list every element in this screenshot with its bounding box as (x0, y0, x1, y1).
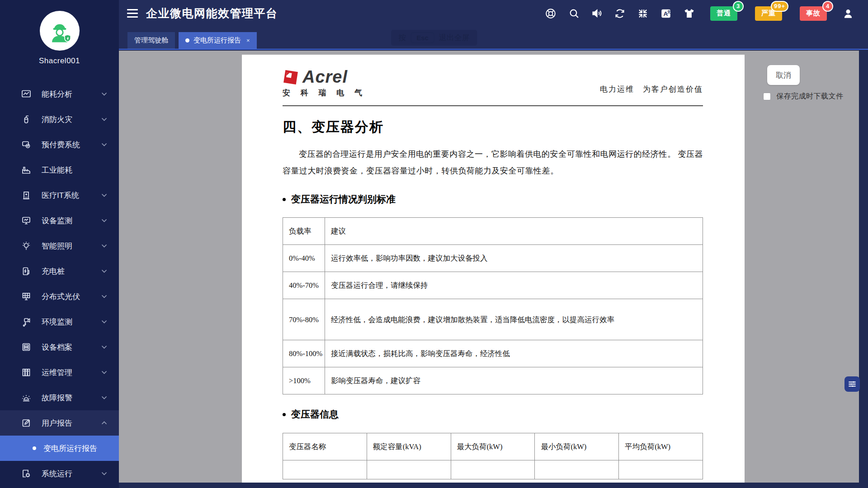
help-lifebuoy-icon[interactable] (544, 7, 557, 20)
download-option-row[interactable]: 保存完成时下载文件 (763, 92, 844, 101)
sidebar-item-solar-pv[interactable]: 分布式光伏 (0, 284, 119, 309)
sidebar-item-smart-lighting[interactable]: 智能照明 (0, 233, 119, 258)
exit-fullscreen-icon[interactable] (637, 7, 649, 20)
operations-mgmt-icon (21, 367, 32, 378)
sidebar-item-label: 设备档案 (42, 342, 72, 352)
medical-it-icon (21, 190, 32, 201)
tab-label: 变电所运行报告 (193, 36, 241, 45)
chevron-down-icon (101, 269, 107, 273)
sidebar-menu: 能耗分析 消防火灾 预付费系统 工业能耗 (0, 81, 119, 486)
table-header-cell: 最小负荷(kW) (535, 433, 619, 460)
tab-close-icon[interactable]: × (246, 37, 250, 44)
sidebar-item-user-report[interactable]: 用户报告 (0, 410, 119, 436)
sidebar-item-label: 环境监测 (42, 317, 72, 327)
report-header: Acrel 安 科 瑞 电 气 电力运维 为客户创造价值 (283, 55, 703, 106)
avatar[interactable] (40, 11, 80, 51)
brand-logo-text: Acrel (302, 69, 348, 84)
alarm-badge-accident[interactable]: 事故 4 (800, 6, 827, 21)
download-checkbox-label: 保存完成时下载文件 (776, 92, 844, 101)
app-title: 企业微电网能效管理平台 (146, 6, 278, 21)
sidebar-item-prepaid-system[interactable]: 预付费系统 (0, 132, 119, 157)
main-area: 企业微电网能效管理平台 A文 普通 (119, 0, 868, 488)
sidebar-item-fault-alarm[interactable]: 故障报警 (0, 385, 119, 410)
tab-label: 管理驾驶舱 (134, 36, 168, 45)
sidebar-item-label: 智能照明 (42, 241, 72, 251)
chevron-down-icon (101, 92, 107, 96)
chevron-up-icon (101, 421, 107, 425)
theme-shirt-icon[interactable] (683, 7, 695, 20)
table-header-cell: 最大负荷(kW) (451, 433, 535, 460)
sidebar-item-device-monitor[interactable]: 设备监测 (0, 208, 119, 233)
sidebar-item-label: 医疗IT系统 (42, 190, 79, 201)
refresh-icon[interactable] (613, 7, 626, 20)
tab-substation-report[interactable]: 变电所运行报告 × (179, 32, 257, 49)
sidebar-item-charging-pile[interactable]: 充电桩 (0, 258, 119, 284)
sidebar-item-label: 充电桩 (42, 266, 65, 277)
bullet-icon (283, 413, 286, 416)
cancel-button[interactable]: 取消 (767, 65, 800, 85)
table-row: 70%-80% 经济性低，会造成电能浪费，建议增加散热装置，适当降低电流密度，以… (283, 299, 703, 340)
chevron-down-icon (101, 219, 107, 222)
sidebar-item-label: 工业能耗 (42, 165, 72, 175)
chevron-down-icon (101, 295, 107, 298)
svg-text:文: 文 (667, 9, 671, 14)
chevron-down-icon (101, 371, 107, 374)
sidebar-subitem-label: 变电所运行报告 (43, 443, 97, 454)
table-cell: 经济性低，会造成电能浪费，建议增加散热装置，适当降低电流密度，以提高运行效率 (325, 299, 703, 340)
table-header-cell: 负载率 (283, 218, 325, 245)
report-section-heading: 四、变压器分析 (283, 118, 703, 136)
search-icon[interactable] (567, 7, 580, 20)
topbar: 企业微电网能效管理平台 A文 普通 (119, 0, 868, 27)
report-page: Acrel 安 科 瑞 电 气 电力运维 为客户创造价值 四、变压器分析 变压器… (242, 55, 745, 483)
tab-dashboard[interactable]: 管理驾驶舱 (127, 32, 175, 49)
sidebar-item-operations-mgmt[interactable]: 运维管理 (0, 360, 119, 385)
table-header-row: 负载率 建议 (283, 218, 703, 245)
solar-pv-icon (21, 291, 32, 302)
table-cell: 变压器运行合理，请继续保持 (325, 272, 703, 299)
alarm-badge-normal-label: 普通 (717, 9, 731, 17)
acrel-logo-icon (283, 69, 299, 85)
engineer-avatar-icon (47, 18, 73, 44)
sidebar-item-system-run[interactable]: 系统运行 (0, 461, 119, 486)
tab-bar: 管理驾驶舱 变电所运行报告 × (119, 27, 868, 50)
table-header-cell: 变压器名称 (283, 433, 367, 460)
sidebar-item-device-archive[interactable]: 设备档案 (0, 334, 119, 360)
volume-icon[interactable] (590, 7, 603, 20)
alarm-badge-normal[interactable]: 普通 3 (710, 6, 737, 21)
table-row (283, 460, 703, 479)
alarm-badge-normal-count: 3 (733, 1, 744, 12)
report-settings-fab[interactable] (844, 376, 860, 392)
smart-lighting-icon (21, 240, 32, 251)
device-monitor-icon (21, 215, 32, 226)
chevron-down-icon (101, 117, 107, 121)
download-checkbox[interactable] (763, 93, 771, 100)
charging-pile-icon (21, 266, 32, 277)
table-cell: 接近满载状态，损耗比高，影响变压器寿命，经济性低 (325, 340, 703, 367)
sidebar-item-fire-safety[interactable]: 消防火灾 (0, 107, 119, 132)
table-header-cell: 平均负荷(kW) (619, 433, 703, 460)
sidebar-item-medical-it[interactable]: 医疗IT系统 (0, 183, 119, 208)
bullet-icon (33, 446, 36, 450)
sidebar: Shacrel001 能耗分析 消防火灾 预付费系统 (0, 0, 119, 488)
sidebar-item-industrial-energy[interactable]: 工业能耗 (0, 157, 119, 183)
prepaid-system-icon (21, 139, 32, 150)
device-archive-icon (21, 342, 32, 352)
sidebar-item-energy-analysis[interactable]: 能耗分析 (0, 81, 119, 107)
hamburger-menu-icon[interactable] (127, 9, 138, 18)
user-profile-icon[interactable] (842, 7, 854, 20)
alarm-badge-severe[interactable]: 严重 99+ (755, 6, 782, 21)
table-row: 0%-40% 运行效率低，影响功率因数，建议加大设备投入 (283, 245, 703, 272)
table-header-cell: 建议 (325, 218, 703, 245)
esc-key: Esc (410, 32, 434, 43)
export-panel: 取消 保存完成时下载文件 (763, 65, 844, 101)
fire-safety-icon (21, 114, 32, 125)
chevron-down-icon (101, 320, 107, 324)
report-preview-area: Acrel 安 科 瑞 电 气 电力运维 为客户创造价值 四、变压器分析 变压器… (119, 51, 859, 483)
sidebar-subitem-substation-report[interactable]: 变电所运行报告 (0, 436, 119, 461)
sidebar-item-environment-monitor[interactable]: 环境监测 (0, 309, 119, 334)
translate-icon[interactable]: A文 (660, 7, 672, 20)
chevron-down-icon (101, 472, 107, 475)
table-cell: 运行效率低，影响功率因数，建议加大设备投入 (325, 245, 703, 272)
table-header-row: 变压器名称 额定容量(kVA) 最大负荷(kW) 最小负荷(kW) 平均负荷(k… (283, 433, 703, 460)
chevron-down-icon (101, 345, 107, 349)
